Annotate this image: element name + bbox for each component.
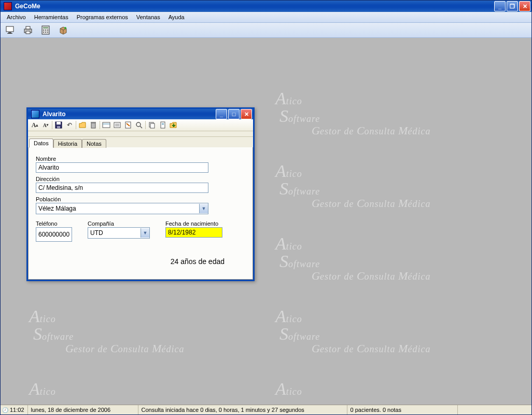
- font-decrease-icon[interactable]: A▾: [41, 120, 50, 130]
- patient-window: Alvarito _ □ ✕ A▴ A▾ ↶: [26, 107, 255, 281]
- patient-maximize-button[interactable]: □: [228, 109, 240, 119]
- svg-rect-10: [47, 30, 48, 31]
- menu-archivo[interactable]: Archivo: [3, 13, 30, 21]
- menu-programas[interactable]: Programas externos: [73, 13, 132, 21]
- svg-rect-0: [6, 26, 13, 32]
- copy-icon[interactable]: [147, 120, 157, 130]
- patient-toolbar: A▴ A▾ ↶: [28, 119, 253, 131]
- age-text: 24 años de edad: [36, 257, 245, 266]
- menubar: Archivo Herramientas Programas externos …: [1, 12, 531, 23]
- save-icon[interactable]: [54, 120, 63, 130]
- watermark: Atico: [29, 380, 56, 398]
- watermark: Atico: [275, 380, 302, 398]
- font-increase-icon[interactable]: A▴: [30, 120, 39, 130]
- tab-notas[interactable]: Notas: [82, 139, 106, 148]
- svg-rect-1: [8, 32, 11, 33]
- undo-icon[interactable]: ↶: [65, 120, 74, 130]
- minimize-button[interactable]: _: [494, 1, 506, 11]
- trash-icon[interactable]: [89, 120, 98, 130]
- fecha-nacimiento-field[interactable]: [165, 227, 222, 238]
- patient-minimize-button[interactable]: _: [216, 109, 227, 119]
- toolbar-calculator-icon[interactable]: [39, 24, 52, 36]
- main-window: GeCoMe _ ❐ ✕ Archivo Herramientas Progra…: [0, 0, 532, 415]
- poblacion-combo[interactable]: Vélez Málaga ▼: [36, 203, 208, 214]
- toolbar-printer-icon[interactable]: [21, 24, 35, 36]
- svg-rect-34: [150, 123, 155, 128]
- label-fecha: Fecha de nacimiento: [165, 220, 222, 227]
- label-nombre: Nombre: [36, 156, 245, 162]
- patient-window-title: Alvarito: [43, 110, 216, 118]
- svg-rect-5: [26, 31, 30, 34]
- patient-close-button[interactable]: ✕: [241, 109, 252, 119]
- toolbar-screen-icon[interactable]: [4, 24, 17, 36]
- telefono-field[interactable]: [36, 227, 72, 242]
- status-date: lunes, 18 de diciembre de 2006: [28, 405, 138, 414]
- label-telefono: Teléfono: [36, 220, 72, 227]
- search-icon[interactable]: [134, 120, 144, 130]
- watermark: Atico Software Gestor de Consulta Médica: [275, 235, 430, 282]
- watermark: Atico Software Gestor de Consulta Médica: [29, 308, 184, 354]
- toolbar-box-icon[interactable]: [57, 24, 70, 36]
- statusbar: 🕘 11:02 lunes, 18 de diciembre de 2006 C…: [1, 405, 531, 414]
- watermark: Atico Software Gestor de Consulta Médica: [275, 162, 430, 209]
- tab-datos[interactable]: Datos: [29, 139, 53, 148]
- label-compania: Compañía: [88, 220, 150, 227]
- direccion-field[interactable]: [36, 183, 208, 193]
- menu-herramientas[interactable]: Herramientas: [30, 13, 73, 21]
- report-icon[interactable]: [158, 120, 167, 130]
- export-icon[interactable]: [169, 120, 178, 130]
- app-icon: [4, 2, 12, 10]
- card-icon[interactable]: [102, 120, 111, 130]
- svg-rect-12: [45, 32, 46, 33]
- watermark: Atico Software Gestor de Consulta Médica: [275, 90, 430, 136]
- chevron-down-icon[interactable]: ▼: [141, 228, 149, 238]
- nombre-field[interactable]: [36, 162, 208, 173]
- compania-combo[interactable]: UTD ▼: [88, 227, 150, 239]
- svg-rect-11: [43, 32, 44, 33]
- status-clock-icon: 🕘: [2, 406, 9, 413]
- menu-ventanas[interactable]: Ventanas: [132, 13, 164, 21]
- chevron-down-icon[interactable]: ▼: [199, 204, 208, 213]
- patient-tabs: Datos Historia Notas: [28, 137, 253, 147]
- svg-rect-2: [7, 33, 12, 34]
- patient-titlebar: Alvarito _ □ ✕: [28, 109, 253, 119]
- svg-rect-8: [43, 30, 44, 31]
- svg-rect-35: [161, 122, 165, 128]
- compania-value: UTD: [88, 229, 141, 237]
- status-time: 11:02: [10, 407, 24, 413]
- svg-rect-22: [91, 123, 95, 128]
- patient-window-icon: [31, 110, 39, 118]
- poblacion-value: Vélez Málaga: [36, 205, 199, 212]
- svg-rect-13: [47, 32, 48, 33]
- svg-point-31: [136, 122, 141, 127]
- svg-rect-9: [45, 30, 46, 31]
- tab-datos-content: Nombre Dirección Población Vélez Málaga …: [28, 147, 253, 280]
- watermark: Atico Software Gestor de Consulta Médica: [275, 308, 430, 354]
- svg-point-18: [64, 27, 66, 29]
- app-title: GeCoMe: [15, 3, 494, 10]
- open-folder-icon[interactable]: [78, 120, 87, 130]
- svg-line-32: [140, 126, 142, 128]
- note-icon[interactable]: [123, 120, 133, 130]
- label-direccion: Dirección: [36, 176, 245, 182]
- label-poblacion: Población: [36, 196, 245, 202]
- svg-rect-24: [103, 122, 110, 128]
- status-counts: 0 pacientes. 0 notas: [347, 405, 458, 414]
- svg-rect-7: [43, 27, 48, 29]
- svg-rect-23: [91, 122, 96, 123]
- restore-button[interactable]: ❐: [507, 1, 518, 11]
- main-titlebar: GeCoMe _ ❐ ✕: [1, 1, 531, 12]
- status-session: Consulta iniciada hace 0 dias, 0 horas, …: [138, 405, 347, 414]
- svg-rect-4: [26, 26, 30, 29]
- svg-rect-20: [57, 122, 61, 125]
- list-icon[interactable]: [113, 120, 122, 130]
- main-toolbar: [1, 23, 531, 38]
- menu-ayuda[interactable]: Ayuda: [164, 13, 189, 21]
- tab-historia[interactable]: Historia: [53, 139, 82, 148]
- workspace: Atico Software Gestor de Consulta Médica…: [1, 38, 531, 405]
- svg-rect-21: [57, 126, 60, 128]
- close-button[interactable]: ✕: [519, 1, 530, 11]
